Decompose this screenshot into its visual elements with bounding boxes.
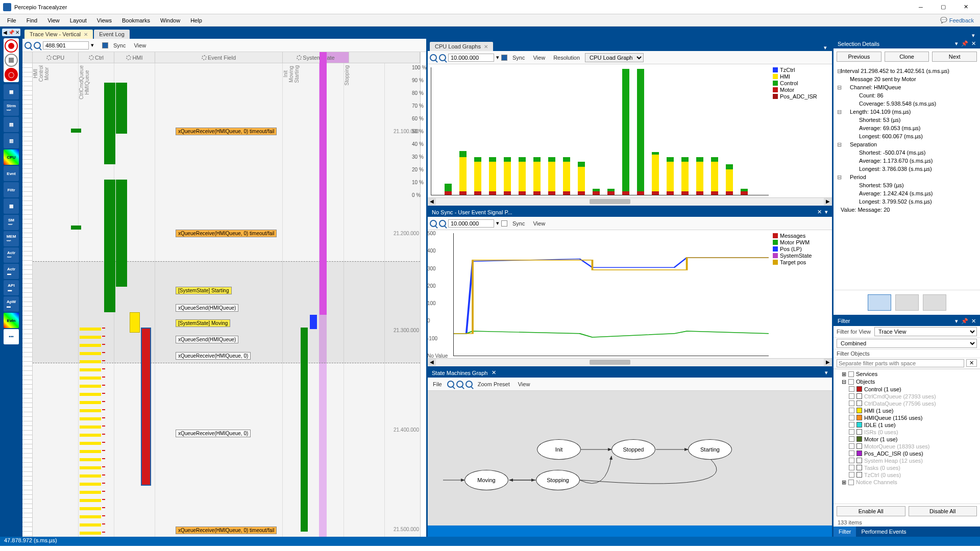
zoom-out-icon[interactable] <box>439 54 446 61</box>
tool-mem[interactable]: MEM〰 <box>4 231 19 246</box>
view-menu[interactable]: View <box>131 41 149 49</box>
zoom-out-icon[interactable] <box>456 381 463 388</box>
tool-events[interactable]: Evnt <box>4 166 19 181</box>
filter-item[interactable]: HMI (1 use) <box>837 407 977 414</box>
close-icon[interactable]: ✕ <box>817 209 822 215</box>
menu-bookmarks[interactable]: Bookmarks <box>117 16 155 25</box>
gear-icon[interactable] <box>46 55 52 60</box>
clear-icon[interactable]: ✕ <box>966 359 977 367</box>
pin-icon[interactable]: 📌 <box>961 318 968 324</box>
view-icon-1[interactable] <box>868 294 891 311</box>
event-label[interactable]: xQueueReceive(HMIQueue, 0) timeout/fail <box>176 527 277 534</box>
tool-view3[interactable]: ▤ <box>4 117 19 132</box>
view-menu[interactable]: View <box>515 380 533 388</box>
filter-object-list[interactable]: ⊞Services ⊟Objects Control (1 use)CtrlCm… <box>834 369 980 505</box>
zoom-in-icon[interactable] <box>447 381 454 388</box>
filter-item[interactable]: Pos_ADC_ISR (0 uses) <box>837 450 977 457</box>
h-scrollbar[interactable]: ◀▶ <box>428 197 832 206</box>
menu-views[interactable]: Views <box>92 16 117 25</box>
cpu-load-chart[interactable]: 40.000.000 45.000.000 0 %10 %20 %30 %40 … <box>431 67 769 195</box>
graph-select[interactable]: CPU Load Graph <box>585 53 644 62</box>
state-node-stopped[interactable]: Stopped <box>611 439 655 460</box>
menu-find[interactable]: Find <box>21 16 42 25</box>
close-icon[interactable]: ✕ <box>484 44 488 49</box>
event-label[interactable]: xQueueReceive(HMIQueue, 0) timeout/fail <box>176 128 277 135</box>
sync-checkbox[interactable] <box>501 55 507 61</box>
time-input[interactable] <box>448 54 494 62</box>
minimize-button[interactable]: ─ <box>910 0 932 14</box>
task-bar[interactable] <box>104 180 115 312</box>
event-label[interactable]: xQueueReceive(HMIQueue, 0) <box>176 430 251 437</box>
previous-button[interactable]: Previous <box>837 52 881 62</box>
next-button[interactable]: Next <box>932 52 977 62</box>
gear-icon[interactable] <box>126 55 131 60</box>
state-node-stopping[interactable]: Stopping <box>536 470 580 490</box>
filter-item[interactable]: IDLE (1 use) <box>837 421 977 429</box>
event-ticks[interactable] <box>102 328 105 537</box>
gear-icon[interactable] <box>297 55 302 60</box>
tool-apwar[interactable]: ApW▬ <box>4 296 19 312</box>
tab-event-log[interactable]: Event Log <box>94 30 130 39</box>
feedback-link[interactable]: 💬 Feedback <box>936 15 978 25</box>
tab-trace-view[interactable]: Trace View - Vertical✕ <box>24 30 93 39</box>
sync-checkbox[interactable] <box>102 42 108 48</box>
filter-item[interactable]: HMIQueue (1156 uses) <box>837 414 977 421</box>
dropdown-icon[interactable]: ▾ <box>955 40 958 47</box>
time-input[interactable] <box>448 219 494 228</box>
dropdown-icon[interactable]: ▾ <box>91 42 94 48</box>
pin-buttons[interactable]: ◀📌✕ <box>2 29 20 36</box>
event-label[interactable]: xQueueReceive(HMIQueue, 0) <box>176 352 251 360</box>
state-graph-canvas[interactable]: Init Stopped Starting Moving Stopping <box>428 391 832 525</box>
close-button[interactable]: ✕ <box>954 0 977 14</box>
filter-item[interactable]: TzCtrl (0 uses) <box>837 471 977 479</box>
signal-chart[interactable]: 40.000.000 45.000.000 No Value-100010020… <box>453 233 769 356</box>
filter-item[interactable]: CtrlDataQueue (77596 uses) <box>837 400 977 407</box>
sync-label[interactable]: Sync <box>509 54 528 62</box>
filter-item[interactable]: ISRs (0 uses) <box>837 429 977 436</box>
event-label[interactable]: [SystemState] Starting <box>176 287 232 294</box>
tool-api[interactable]: API▬ <box>4 280 19 295</box>
state-bar[interactable] <box>320 52 327 315</box>
filter-item[interactable]: System Heap (12 uses) <box>837 457 977 464</box>
task-bar[interactable] <box>71 226 81 230</box>
menu-view[interactable]: View <box>42 16 65 25</box>
tool-stream[interactable]: Strm〰 <box>4 101 19 116</box>
dropdown-icon[interactable]: ▾ <box>955 318 958 324</box>
view-menu[interactable]: View <box>530 54 548 62</box>
menu-window[interactable]: Window <box>155 16 185 25</box>
zoom-out-icon[interactable] <box>439 220 446 227</box>
tab-cpu-load[interactable]: CPU Load Graphs✕ <box>430 42 493 51</box>
task-bar-selected[interactable] <box>141 328 151 486</box>
filter-search-input[interactable] <box>837 359 964 367</box>
event-ticks[interactable] <box>80 328 101 537</box>
menu-layout[interactable]: Layout <box>65 16 92 25</box>
zoom-in-icon[interactable] <box>24 42 32 49</box>
filter-item[interactable]: Control (1 use) <box>837 386 977 393</box>
menu-file[interactable]: File <box>2 16 21 25</box>
tab-overflow-icon[interactable]: ▾ <box>821 44 830 51</box>
tool-actor2[interactable]: Actr▬ <box>4 264 19 279</box>
state-node-starting[interactable]: Starting <box>688 439 732 460</box>
view-icon-2[interactable] <box>895 294 919 311</box>
state-node-moving[interactable]: Moving <box>464 470 508 490</box>
gear-icon[interactable] <box>202 55 207 60</box>
tool-cpu[interactable]: CPU <box>4 149 19 165</box>
record-button[interactable] <box>5 39 18 53</box>
filter-view-select[interactable]: Trace View <box>874 327 977 336</box>
tool-view8[interactable]: ▦ <box>4 198 19 214</box>
tab-overflow-icon[interactable]: ▾ <box>825 209 828 215</box>
ruler[interactable] <box>22 63 33 537</box>
sync-label[interactable]: Sync <box>509 219 528 228</box>
clone-button[interactable]: Clone <box>885 52 929 62</box>
resolution-menu[interactable]: Resolution <box>550 54 583 62</box>
sync-checkbox[interactable] <box>501 220 507 227</box>
enable-all-button[interactable]: Enable All <box>837 506 905 516</box>
view-icon-3[interactable] <box>923 294 946 311</box>
tool-view1[interactable]: ▦ <box>4 84 19 99</box>
close-icon[interactable]: ✕ <box>492 369 496 376</box>
event-label[interactable]: [SystemState] Moving <box>176 319 230 327</box>
close-icon[interactable]: ✕ <box>84 32 88 37</box>
sync-label[interactable]: Sync <box>110 41 129 49</box>
task-bar[interactable] <box>116 83 127 134</box>
filter-item[interactable]: Tasks (0 uses) <box>837 464 977 471</box>
